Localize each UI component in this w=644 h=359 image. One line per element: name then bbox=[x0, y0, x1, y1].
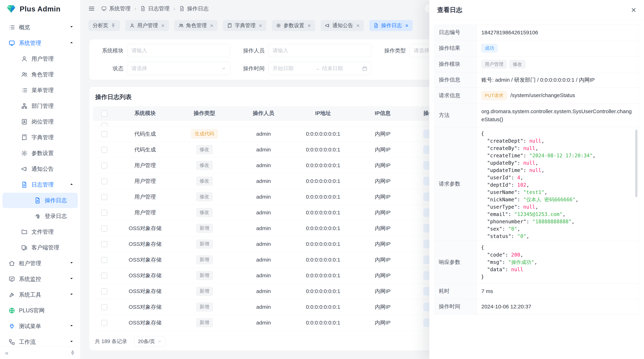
operator-cell: admin bbox=[234, 283, 293, 299]
ip-info-cell: 内网IP bbox=[353, 252, 412, 268]
sidebar-item-menu-mgmt[interactable]: 菜单管理 bbox=[2, 83, 78, 98]
row-checkbox[interactable] bbox=[101, 123, 107, 126]
ip-cell: 0:0:0:0:0:0:0:1 bbox=[293, 220, 353, 236]
range-arrow: → bbox=[315, 66, 320, 71]
tab-label: 用户管理 bbox=[137, 22, 158, 29]
sidebar-item-post-mgmt[interactable]: 岗位管理 bbox=[2, 114, 78, 129]
plug-icon bbox=[8, 323, 15, 330]
sidebar-item-user-mgmt[interactable]: 用户管理 bbox=[2, 51, 78, 66]
app-root: { "app": { "title": "Plus Admin" }, "col… bbox=[0, 0, 644, 359]
sidebar-item-workflow[interactable]: 工作流 bbox=[2, 334, 78, 347]
tab-operation-log[interactable]: 操作日志× bbox=[369, 20, 413, 31]
sidebar-item-system-tools[interactable]: 系统工具 bbox=[2, 287, 78, 303]
sidebar-item-dept-mgmt[interactable]: 部门管理 bbox=[2, 98, 78, 114]
json-viewer: { "code": 200, "msg": "操作成功", "data": nu… bbox=[477, 241, 638, 283]
ip-info-cell: 内网IP bbox=[353, 283, 412, 299]
row-checkbox[interactable] bbox=[101, 225, 107, 232]
row-checkbox[interactable] bbox=[101, 241, 107, 247]
tab-param-settings[interactable]: 参数设置× bbox=[272, 20, 315, 31]
tab-dict-mgmt[interactable]: 字典管理× bbox=[223, 20, 266, 31]
tools-icon bbox=[8, 292, 15, 298]
breadcrumb-item[interactable]: 日志管理 bbox=[140, 5, 170, 12]
sidebar-item-dict-mgmt[interactable]: 字典管理 bbox=[2, 130, 78, 145]
ip-info-cell: 内网IP bbox=[353, 126, 412, 142]
row-checkbox[interactable] bbox=[101, 178, 107, 184]
sidebar-item-file-mgmt[interactable]: 文件管理 bbox=[2, 224, 78, 240]
row-checkbox[interactable] bbox=[101, 147, 107, 153]
detail-row: 方法org.dromara.system.controller.system.S… bbox=[435, 103, 639, 127]
sidebar-item-system-monitor[interactable]: 系统监控 bbox=[2, 271, 78, 287]
filter-operator-input[interactable]: 请输入 bbox=[268, 44, 371, 57]
app-logo[interactable]: Plus Admin bbox=[0, 0, 80, 18]
close-tab-icon[interactable]: × bbox=[405, 23, 408, 28]
sidebar-item-label: 日志管理 bbox=[32, 181, 54, 188]
tab-label: 参数设置 bbox=[284, 22, 304, 29]
info-tag: 修改 bbox=[509, 60, 526, 69]
chevron-down-icon bbox=[69, 276, 74, 282]
sidebar-item-notice[interactable]: 通知公告 bbox=[2, 161, 78, 177]
sidebar-item-operation-log[interactable]: 操作日志 bbox=[2, 193, 78, 208]
close-tab-icon[interactable]: × bbox=[356, 23, 360, 28]
action-type-tag: 新增 bbox=[196, 271, 213, 280]
close-tab-icon[interactable]: × bbox=[161, 23, 164, 28]
app-title: Plus Admin bbox=[20, 5, 61, 13]
close-tab-icon[interactable]: × bbox=[308, 23, 311, 28]
page-size-select[interactable]: 20条/页 bbox=[134, 336, 166, 347]
row-checkbox[interactable] bbox=[101, 273, 107, 279]
filter-system-module-input[interactable]: 请输入 bbox=[127, 44, 230, 57]
tab-notice[interactable]: 通知公告× bbox=[320, 20, 364, 31]
action-cell: 新增 bbox=[174, 299, 234, 315]
sidebar-item-plus-site[interactable]: PLUS官网 bbox=[2, 303, 78, 318]
globe-icon bbox=[8, 307, 15, 314]
row-checkbox[interactable] bbox=[101, 288, 107, 295]
collapse-sidebar-button[interactable]: « bbox=[5, 349, 8, 356]
sidebar-item-label: PLUS官网 bbox=[19, 307, 44, 314]
sidebar-item-login-log[interactable]: 登录日志 bbox=[2, 208, 78, 224]
row-checkbox[interactable] bbox=[101, 194, 107, 200]
operate-time-label: 操作时间 bbox=[435, 299, 477, 314]
sidebar-item-client-mgmt[interactable]: 客户端管理 bbox=[2, 240, 78, 255]
ip-info-cell: 内网IP bbox=[353, 236, 412, 252]
scrollbar-thumb[interactable] bbox=[635, 130, 638, 197]
row-checkbox[interactable] bbox=[101, 257, 107, 263]
user-icon bbox=[21, 56, 28, 62]
hamburger-menu-icon[interactable] bbox=[88, 5, 95, 12]
row-checkbox[interactable] bbox=[101, 163, 107, 169]
row-checkbox[interactable] bbox=[101, 131, 107, 137]
row-select-cell bbox=[93, 252, 116, 268]
tab-label: 角色管理 bbox=[186, 22, 207, 29]
breadcrumb-item[interactable]: 操作日志 bbox=[179, 5, 208, 12]
breadcrumb-item[interactable]: 系统管理 bbox=[101, 5, 130, 12]
chevron-up-icon bbox=[69, 40, 74, 46]
ip-cell: 0:0:0:0:0:0:0:1 bbox=[293, 126, 353, 142]
row-checkbox[interactable] bbox=[101, 304, 107, 310]
tab-user-mgmt[interactable]: 用户管理× bbox=[126, 20, 169, 31]
module-cell: OSS对象存储 bbox=[116, 220, 174, 236]
row-select-cell bbox=[93, 173, 116, 189]
operator-cell: admin bbox=[234, 220, 293, 236]
row-checkbox[interactable] bbox=[101, 320, 107, 326]
close-drawer-icon[interactable]: × bbox=[631, 6, 636, 14]
close-tab-icon[interactable]: × bbox=[210, 23, 214, 28]
tab-role-mgmt[interactable]: 角色管理× bbox=[174, 20, 218, 31]
close-tab-icon[interactable]: × bbox=[259, 23, 262, 28]
sidebar-item-log-mgmt[interactable]: 日志管理 bbox=[2, 177, 78, 192]
tab-analysis[interactable]: 分析页 bbox=[88, 20, 120, 31]
row-select-cell bbox=[93, 205, 116, 220]
module-cell: 用户管理 bbox=[116, 173, 174, 189]
module-cell: OSS对象存储 bbox=[116, 299, 174, 315]
operator-cell: admin bbox=[234, 142, 293, 157]
sidebar-item-test-menu[interactable]: 测试菜单 bbox=[2, 319, 78, 334]
pin-sidebar-icon[interactable] bbox=[70, 350, 75, 356]
request-params-label: 请求参数 bbox=[435, 127, 477, 241]
row-checkbox[interactable] bbox=[101, 210, 107, 216]
sidebar-item-system-mgmt[interactable]: 系统管理 bbox=[2, 35, 78, 51]
filter-operation-time-range[interactable]: 开始日期→结束日期 bbox=[268, 62, 371, 75]
sidebar-item-tenant-mgmt[interactable]: 租户管理 bbox=[2, 256, 78, 271]
json-viewer[interactable]: { "createDept": null, "createBy": null, … bbox=[477, 127, 638, 241]
sidebar-item-param-settings[interactable]: 参数设置 bbox=[2, 146, 78, 161]
select-all-checkbox[interactable] bbox=[101, 110, 107, 117]
sidebar-item-role-mgmt[interactable]: 角色管理 bbox=[2, 67, 78, 82]
filter-status-select[interactable]: 请选择 bbox=[127, 62, 230, 75]
sidebar-item-overview[interactable]: 概览 bbox=[2, 20, 78, 35]
